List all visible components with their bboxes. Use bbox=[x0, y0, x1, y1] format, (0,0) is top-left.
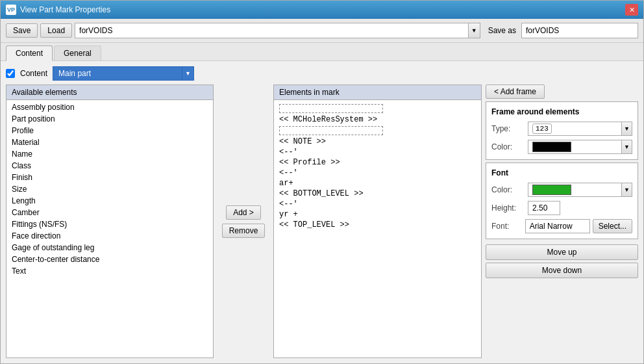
mark-item[interactable]: <--' bbox=[279, 168, 476, 178]
mark-dashed-bottom bbox=[279, 126, 383, 135]
font-section: Font Color: ▼ Height: bbox=[486, 162, 638, 239]
list-item[interactable]: Gage of outstanding leg bbox=[6, 242, 213, 254]
profile-combo: ▼ bbox=[75, 23, 480, 38]
profile-input[interactable] bbox=[75, 23, 469, 38]
content-row: Content ▼ bbox=[6, 66, 638, 81]
available-elements-list[interactable]: Assembly position Part position Profile … bbox=[6, 100, 213, 358]
font-color-row: Color: ▼ bbox=[491, 183, 632, 197]
color-row: Color: ▼ bbox=[491, 140, 632, 154]
height-row: Height: bbox=[491, 201, 632, 215]
main-window: VP View Part Mark Properties ✕ Save Load… bbox=[0, 0, 644, 364]
add-button[interactable]: Add > bbox=[226, 205, 261, 220]
mark-item[interactable]: <--' bbox=[279, 147, 476, 157]
elements-in-mark-panel: Elements in mark << MCHoleResSystem >> <… bbox=[273, 84, 482, 358]
color-label: Color: bbox=[491, 142, 524, 151]
type-combo-input[interactable]: 123 bbox=[528, 122, 622, 136]
move-up-button[interactable]: Move up bbox=[486, 244, 638, 260]
type-badge: 123 bbox=[532, 124, 552, 134]
tab-bar: Content General bbox=[1, 43, 643, 61]
color-swatch-green bbox=[532, 185, 571, 195]
height-label: Height: bbox=[491, 203, 524, 213]
titlebar-left: VP View Part Mark Properties bbox=[6, 5, 110, 15]
elements-in-mark-header: Elements in mark bbox=[274, 85, 481, 100]
list-item[interactable]: Length bbox=[6, 195, 213, 207]
font-label: Font: bbox=[491, 222, 521, 231]
content-combo-input[interactable] bbox=[53, 66, 182, 81]
available-elements-header: Available elements bbox=[6, 85, 213, 100]
load-button[interactable]: Load bbox=[40, 23, 72, 38]
list-item[interactable]: Material bbox=[6, 136, 213, 148]
font-color-combo-input[interactable] bbox=[528, 183, 622, 197]
toolbar: Save Load ▼ Save as bbox=[1, 19, 643, 43]
middle-buttons: Add > Remove bbox=[217, 84, 269, 358]
type-row: Type: 123 ▼ bbox=[491, 122, 632, 136]
list-item[interactable]: Finish bbox=[6, 172, 213, 183]
list-item[interactable]: Face direction bbox=[6, 230, 213, 242]
content-label: Content bbox=[20, 69, 47, 78]
height-input[interactable] bbox=[528, 201, 560, 215]
content-dropdown: ▼ bbox=[53, 66, 194, 81]
mark-dashed-top bbox=[279, 104, 383, 113]
window-title: View Part Mark Properties bbox=[20, 5, 110, 14]
mark-item[interactable]: ar+ bbox=[279, 178, 476, 188]
save-button[interactable]: Save bbox=[6, 23, 38, 38]
list-item[interactable]: Part position bbox=[6, 113, 213, 125]
content-combo-arrow[interactable]: ▼ bbox=[182, 66, 194, 81]
move-down-button[interactable]: Move down bbox=[486, 263, 638, 278]
mark-items-list[interactable]: << MCHoleResSystem >> << NOTE >> <--' <<… bbox=[274, 100, 481, 358]
available-elements-panel: Available elements Assembly position Par… bbox=[6, 84, 214, 358]
right-panel: < Add frame Frame around elements Type: … bbox=[486, 84, 638, 358]
add-frame-button[interactable]: < Add frame bbox=[486, 84, 545, 99]
font-color-combo-arrow[interactable]: ▼ bbox=[622, 183, 632, 197]
move-buttons: Move up Move down bbox=[486, 244, 638, 278]
mark-item[interactable]: << BOTTOM_LEVEL >> bbox=[279, 188, 476, 199]
font-section-title: Font bbox=[491, 168, 632, 177]
mark-item[interactable]: << Profile >> bbox=[279, 157, 476, 168]
color-combo-input[interactable] bbox=[528, 140, 622, 154]
saveas-label: Save as bbox=[488, 26, 516, 35]
font-name-input[interactable] bbox=[525, 219, 590, 233]
color-combo: ▼ bbox=[528, 140, 632, 154]
type-combo: 123 ▼ bbox=[528, 122, 632, 136]
list-item[interactable]: Center-to-center distance bbox=[6, 254, 213, 265]
list-item[interactable]: Class bbox=[6, 160, 213, 172]
frame-section-title: Frame around elements bbox=[491, 107, 632, 116]
profile-dropdown-arrow[interactable]: ▼ bbox=[469, 23, 480, 38]
font-name-row: Select... bbox=[525, 219, 632, 233]
app-icon: VP bbox=[6, 5, 16, 15]
close-button[interactable]: ✕ bbox=[625, 4, 638, 16]
list-item[interactable]: Name bbox=[6, 148, 213, 160]
font-color-combo: ▼ bbox=[528, 183, 632, 197]
remove-button[interactable]: Remove bbox=[222, 224, 266, 238]
list-item[interactable]: Fittings (NS/FS) bbox=[6, 218, 213, 230]
type-combo-arrow[interactable]: ▼ bbox=[622, 122, 632, 136]
list-item[interactable]: Assembly position bbox=[6, 101, 213, 113]
mark-item[interactable]: << NOTE >> bbox=[279, 136, 476, 147]
tab-general[interactable]: General bbox=[54, 46, 101, 60]
list-item[interactable]: Profile bbox=[6, 125, 213, 136]
mark-item[interactable]: <--' bbox=[279, 199, 476, 209]
mark-item[interactable]: << TOP_LEVEL >> bbox=[279, 220, 476, 230]
frame-section: Frame around elements Type: 123 ▼ Color: bbox=[486, 101, 638, 160]
content-checkbox[interactable] bbox=[6, 69, 15, 78]
titlebar: VP View Part Mark Properties ✕ bbox=[1, 1, 643, 19]
three-col-layout: Available elements Assembly position Par… bbox=[6, 84, 638, 358]
type-label: Type: bbox=[491, 124, 524, 133]
color-combo-arrow[interactable]: ▼ bbox=[622, 140, 632, 154]
color-swatch-black bbox=[532, 142, 571, 152]
list-item[interactable]: Text bbox=[6, 265, 213, 277]
tab-content[interactable]: Content bbox=[6, 46, 53, 61]
mark-item[interactable]: yr + bbox=[279, 209, 476, 220]
mark-item[interactable]: << MCHoleResSystem >> bbox=[279, 114, 476, 125]
font-select-button[interactable]: Select... bbox=[593, 219, 632, 233]
list-item[interactable]: Size bbox=[6, 183, 213, 195]
saveas-input[interactable] bbox=[521, 23, 638, 38]
font-row: Font: Select... bbox=[491, 219, 632, 233]
list-item[interactable]: Camber bbox=[6, 207, 213, 218]
main-content: Content ▼ Available elements Assembly po… bbox=[1, 61, 643, 363]
font-color-label: Color: bbox=[491, 185, 524, 194]
